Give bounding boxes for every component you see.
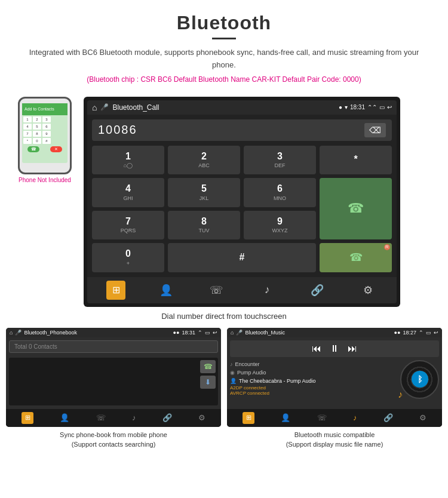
pb-music-icon[interactable]: ♪ — [132, 413, 136, 422]
pb-home-icon: ⌂ — [10, 330, 13, 336]
phonebook-bottom-bar: ⊞ 👤 ☏ ♪ 🔗 ⚙ — [6, 409, 221, 427]
mu-expand: ⌃ — [419, 330, 424, 336]
pb-contacts-icon[interactable]: 👤 — [60, 413, 69, 422]
phonebook-content: Total 0 Contacts ☎ ⬇ — [6, 337, 221, 409]
phone-key-star[interactable]: * — [23, 138, 32, 144]
key-3[interactable]: 3DEF — [244, 146, 316, 174]
dialer-screenshot: ⌂ 🎤 Bluetooth_Call ● ▾ 18:31 ⌃⌃ ▭ ↩ 1008… — [84, 97, 400, 307]
music-wrap: ⌂ 🎤 Bluetooth_Music ●● 18:27 ⌃ ▭ ↩ ⏮ ⏸ ⏭ — [227, 328, 442, 450]
phone-key-5[interactable]: 5 — [33, 124, 41, 130]
track-1-name: Encounter — [235, 361, 260, 367]
mu-dot: ●● — [394, 330, 401, 336]
title-divider — [212, 38, 236, 39]
phone-key-4[interactable]: 4 — [23, 124, 32, 130]
backspace-button[interactable]: ⌫ — [364, 123, 386, 137]
key-9[interactable]: 9WXYZ — [244, 211, 316, 239]
call-button-2[interactable]: ☎ R — [320, 243, 392, 272]
phone-key-7[interactable]: 7 — [23, 131, 32, 137]
phone-screen-top: Add to Contacts — [22, 103, 67, 115]
call-button-1[interactable]: ☎ — [320, 178, 392, 239]
key-2[interactable]: 2ABC — [168, 146, 240, 174]
key-hash[interactable]: # — [168, 243, 316, 272]
music-tracklist: ♪ Encounter ◉ Pump Audio 👤 The Cheebacab… — [230, 360, 397, 399]
pb-time: 18:31 — [182, 330, 195, 336]
pb-keypad-icon[interactable]: ⊞ — [22, 412, 33, 424]
call-log-icon[interactable]: ☏ — [207, 281, 226, 300]
phonebook-actions: ☎ ⬇ — [200, 360, 216, 389]
phone-not-included-label: Phone Not Included — [6, 177, 84, 183]
mu-back: ↩ — [434, 330, 438, 336]
key-5[interactable]: 5JKL — [168, 178, 240, 207]
key-0[interactable]: 0+ — [92, 243, 164, 272]
pb-dot-icon: ●● — [173, 330, 180, 336]
phone-mock: ᛒ Add to Contacts 1 2 3 4 5 6 — [18, 97, 72, 174]
track-3-name: The Cheebacabra - Pump Audio — [239, 378, 316, 384]
phonebook-top-bar: ⌂ 🎤 Bluetooth_Phonebook ●● 18:31 ⌃ ▭ ↩ — [6, 328, 221, 337]
mu-calllog-icon[interactable]: ☏ — [317, 413, 327, 422]
skip-forward-button[interactable]: ⏭ — [348, 343, 357, 354]
page-header: Bluetooth Integrated with BC6 Bluetooth … — [0, 0, 448, 97]
mu-mic-icon: 🎤 — [236, 330, 243, 336]
pb-back: ↩ — [213, 330, 217, 336]
key-1[interactable]: 1⌂◯ — [92, 146, 164, 174]
link-icon[interactable]: 🔗 — [308, 281, 327, 300]
mu-keypad-icon[interactable]: ⊞ — [243, 412, 254, 424]
phone-end-button[interactable]: ✕ — [50, 146, 62, 152]
mu-win: ▭ — [426, 330, 431, 336]
download-contacts-button[interactable]: ⬇ — [200, 376, 216, 389]
screen-top-bar: ⌂ 🎤 Bluetooth_Call ● ▾ 18:31 ⌃⌃ ▭ ↩ — [87, 100, 397, 115]
phone-call-button[interactable]: ☎ — [27, 146, 39, 152]
pb-expand: ⌃ — [198, 330, 202, 336]
track-3: 👤 The Cheebacabra - Pump Audio — [230, 377, 397, 385]
phonebook-caption-line1: Sync phone-book from mobile phone — [60, 431, 167, 438]
contacts-icon[interactable]: 👤 — [157, 281, 176, 300]
phone-key-9[interactable]: 9 — [42, 131, 51, 137]
key-4[interactable]: 4GHI — [92, 178, 164, 207]
pb-link-icon[interactable]: 🔗 — [162, 413, 172, 422]
connection-status-2: AVRCP connected — [230, 391, 397, 396]
vinyl-player: ᛒ ♪ — [400, 360, 439, 399]
music-top-bar: ⌂ 🎤 Bluetooth_Music ●● 18:27 ⌃ ▭ ↩ — [227, 328, 442, 337]
skip-back-button[interactable]: ⏮ — [312, 343, 321, 354]
key-7[interactable]: 7PQRS — [92, 211, 164, 239]
screen-title: Bluetooth_Call — [112, 103, 335, 112]
pb-settings-icon[interactable]: ⚙ — [198, 413, 205, 422]
page-title: Bluetooth — [24, 12, 424, 34]
key-8[interactable]: 8TUV — [168, 211, 240, 239]
key-star[interactable]: * — [320, 146, 392, 174]
mu-settings-icon[interactable]: ⚙ — [419, 413, 426, 422]
wifi-icon: ● — [339, 104, 342, 110]
mu-contacts-icon[interactable]: 👤 — [281, 413, 290, 422]
mu-music-icon[interactable]: ♪ — [353, 413, 357, 422]
track-2-name: Pump Audio — [237, 370, 266, 376]
pb-mic-icon: 🎤 — [15, 330, 22, 336]
phonebook-caption: Sync phone-book from mobile phone (Suppo… — [6, 430, 221, 450]
settings-icon[interactable]: ⚙ — [358, 281, 378, 300]
phone-key-8[interactable]: 8 — [33, 131, 41, 137]
pause-button[interactable]: ⏸ — [330, 343, 339, 354]
phone-screen-label: Add to Contacts — [24, 107, 54, 111]
key-6[interactable]: 6MNO — [244, 178, 316, 207]
phone-key-2[interactable]: 2 — [33, 116, 41, 122]
phone-key-3[interactable]: 3 — [42, 116, 51, 122]
music-caption-line2: (Support display music file name) — [286, 441, 383, 448]
home-icon: ⌂ — [92, 103, 97, 112]
contacts-search-bar[interactable]: Total 0 Contacts — [9, 340, 218, 353]
mu-home-icon: ⌂ — [231, 330, 234, 336]
music-icon[interactable]: ♪ — [257, 281, 277, 300]
status-bar: ● ▾ 18:31 ⌃⌃ ▭ ↩ — [339, 104, 392, 110]
keypad-icon[interactable]: ⊞ — [106, 281, 125, 300]
pb-calllog-icon[interactable]: ☏ — [96, 413, 106, 422]
phone-key-6[interactable]: 6 — [42, 124, 51, 130]
bottom-screenshots: ⌂ 🎤 Bluetooth_Phonebook ●● 18:31 ⌃ ▭ ↩ T… — [0, 328, 448, 450]
connection-status-1: A2DP connected — [230, 385, 397, 391]
keypad-grid: 1⌂◯ 2ABC 3DEF * 4GHI 5JKL — [92, 146, 392, 272]
music-screen: ⌂ 🎤 Bluetooth_Music ●● 18:27 ⌃ ▭ ↩ ⏮ ⏸ ⏭ — [227, 328, 442, 427]
mu-link-icon[interactable]: 🔗 — [383, 413, 393, 422]
music-transport-controls: ⏮ ⏸ ⏭ — [230, 340, 439, 357]
dialer-number-display: 10086 — [98, 123, 364, 137]
call-contact-button[interactable]: ☎ — [200, 360, 216, 373]
phone-key-hash[interactable]: # — [42, 138, 51, 144]
phone-key-1[interactable]: 1 — [23, 116, 32, 122]
phone-key-0[interactable]: 0 — [33, 138, 41, 144]
